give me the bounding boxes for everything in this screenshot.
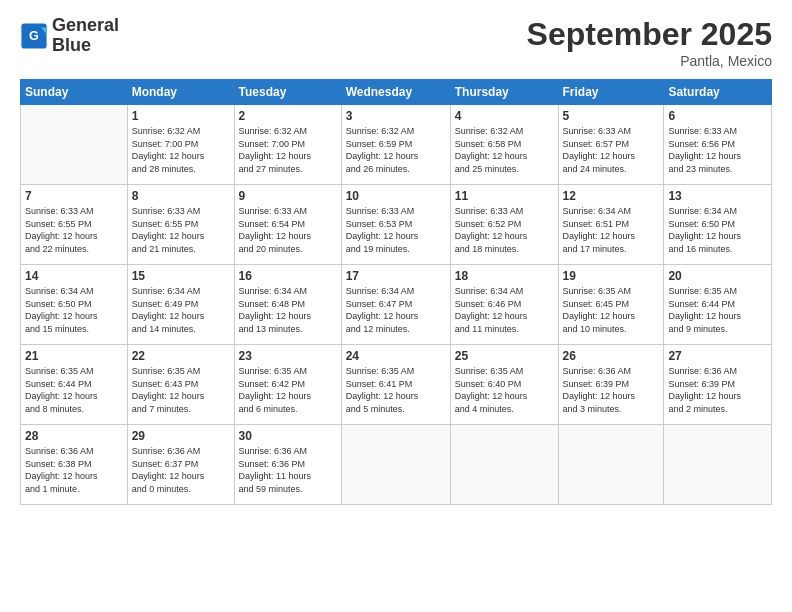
- week-row-1: 7Sunrise: 6:33 AM Sunset: 6:55 PM Daylig…: [21, 185, 772, 265]
- day-number: 26: [563, 349, 660, 363]
- calendar-cell: 16Sunrise: 6:34 AM Sunset: 6:48 PM Dayli…: [234, 265, 341, 345]
- calendar-cell: 13Sunrise: 6:34 AM Sunset: 6:50 PM Dayli…: [664, 185, 772, 265]
- calendar-cell: [341, 425, 450, 505]
- page: G General Blue September 2025 Pantla, Me…: [0, 0, 792, 612]
- day-info: Sunrise: 6:33 AM Sunset: 6:56 PM Dayligh…: [668, 125, 767, 175]
- logo-line2: Blue: [52, 36, 119, 56]
- day-info: Sunrise: 6:33 AM Sunset: 6:52 PM Dayligh…: [455, 205, 554, 255]
- day-number: 2: [239, 109, 337, 123]
- calendar-cell: [21, 105, 128, 185]
- calendar-cell: 21Sunrise: 6:35 AM Sunset: 6:44 PM Dayli…: [21, 345, 128, 425]
- calendar-cell: 3Sunrise: 6:32 AM Sunset: 6:59 PM Daylig…: [341, 105, 450, 185]
- location-subtitle: Pantla, Mexico: [527, 53, 772, 69]
- week-row-2: 14Sunrise: 6:34 AM Sunset: 6:50 PM Dayli…: [21, 265, 772, 345]
- calendar-cell: 23Sunrise: 6:35 AM Sunset: 6:42 PM Dayli…: [234, 345, 341, 425]
- calendar-cell: 6Sunrise: 6:33 AM Sunset: 6:56 PM Daylig…: [664, 105, 772, 185]
- day-info: Sunrise: 6:33 AM Sunset: 6:55 PM Dayligh…: [25, 205, 123, 255]
- calendar-header-row: SundayMondayTuesdayWednesdayThursdayFrid…: [21, 80, 772, 105]
- day-info: Sunrise: 6:34 AM Sunset: 6:48 PM Dayligh…: [239, 285, 337, 335]
- calendar-cell: 27Sunrise: 6:36 AM Sunset: 6:39 PM Dayli…: [664, 345, 772, 425]
- day-number: 16: [239, 269, 337, 283]
- day-info: Sunrise: 6:32 AM Sunset: 7:00 PM Dayligh…: [132, 125, 230, 175]
- day-number: 3: [346, 109, 446, 123]
- day-number: 20: [668, 269, 767, 283]
- calendar-cell: 8Sunrise: 6:33 AM Sunset: 6:55 PM Daylig…: [127, 185, 234, 265]
- calendar-cell: 22Sunrise: 6:35 AM Sunset: 6:43 PM Dayli…: [127, 345, 234, 425]
- day-number: 13: [668, 189, 767, 203]
- day-number: 12: [563, 189, 660, 203]
- day-number: 8: [132, 189, 230, 203]
- header: G General Blue September 2025 Pantla, Me…: [20, 16, 772, 69]
- day-info: Sunrise: 6:36 AM Sunset: 6:38 PM Dayligh…: [25, 445, 123, 495]
- day-info: Sunrise: 6:35 AM Sunset: 6:42 PM Dayligh…: [239, 365, 337, 415]
- day-info: Sunrise: 6:35 AM Sunset: 6:43 PM Dayligh…: [132, 365, 230, 415]
- calendar-cell: 1Sunrise: 6:32 AM Sunset: 7:00 PM Daylig…: [127, 105, 234, 185]
- day-number: 28: [25, 429, 123, 443]
- day-info: Sunrise: 6:35 AM Sunset: 6:44 PM Dayligh…: [25, 365, 123, 415]
- day-number: 17: [346, 269, 446, 283]
- day-header-friday: Friday: [558, 80, 664, 105]
- calendar-cell: 26Sunrise: 6:36 AM Sunset: 6:39 PM Dayli…: [558, 345, 664, 425]
- day-header-monday: Monday: [127, 80, 234, 105]
- logo-icon: G: [20, 22, 48, 50]
- day-number: 5: [563, 109, 660, 123]
- day-number: 27: [668, 349, 767, 363]
- week-row-3: 21Sunrise: 6:35 AM Sunset: 6:44 PM Dayli…: [21, 345, 772, 425]
- calendar-cell: 12Sunrise: 6:34 AM Sunset: 6:51 PM Dayli…: [558, 185, 664, 265]
- day-number: 9: [239, 189, 337, 203]
- day-number: 22: [132, 349, 230, 363]
- calendar-cell: [450, 425, 558, 505]
- day-info: Sunrise: 6:34 AM Sunset: 6:50 PM Dayligh…: [668, 205, 767, 255]
- day-number: 29: [132, 429, 230, 443]
- day-number: 1: [132, 109, 230, 123]
- day-number: 14: [25, 269, 123, 283]
- day-number: 4: [455, 109, 554, 123]
- day-info: Sunrise: 6:36 AM Sunset: 6:36 PM Dayligh…: [239, 445, 337, 495]
- calendar-cell: 14Sunrise: 6:34 AM Sunset: 6:50 PM Dayli…: [21, 265, 128, 345]
- calendar-cell: 25Sunrise: 6:35 AM Sunset: 6:40 PM Dayli…: [450, 345, 558, 425]
- day-header-saturday: Saturday: [664, 80, 772, 105]
- calendar-cell: 11Sunrise: 6:33 AM Sunset: 6:52 PM Dayli…: [450, 185, 558, 265]
- logo-text: General Blue: [52, 16, 119, 56]
- calendar-cell: 2Sunrise: 6:32 AM Sunset: 7:00 PM Daylig…: [234, 105, 341, 185]
- day-number: 7: [25, 189, 123, 203]
- calendar-body: 1Sunrise: 6:32 AM Sunset: 7:00 PM Daylig…: [21, 105, 772, 505]
- week-row-4: 28Sunrise: 6:36 AM Sunset: 6:38 PM Dayli…: [21, 425, 772, 505]
- day-info: Sunrise: 6:34 AM Sunset: 6:46 PM Dayligh…: [455, 285, 554, 335]
- day-number: 24: [346, 349, 446, 363]
- day-info: Sunrise: 6:32 AM Sunset: 7:00 PM Dayligh…: [239, 125, 337, 175]
- day-info: Sunrise: 6:33 AM Sunset: 6:54 PM Dayligh…: [239, 205, 337, 255]
- day-info: Sunrise: 6:35 AM Sunset: 6:44 PM Dayligh…: [668, 285, 767, 335]
- calendar-cell: 19Sunrise: 6:35 AM Sunset: 6:45 PM Dayli…: [558, 265, 664, 345]
- day-info: Sunrise: 6:36 AM Sunset: 6:37 PM Dayligh…: [132, 445, 230, 495]
- logo-line1: General: [52, 16, 119, 36]
- day-number: 18: [455, 269, 554, 283]
- day-info: Sunrise: 6:34 AM Sunset: 6:50 PM Dayligh…: [25, 285, 123, 335]
- day-info: Sunrise: 6:36 AM Sunset: 6:39 PM Dayligh…: [563, 365, 660, 415]
- calendar-cell: 7Sunrise: 6:33 AM Sunset: 6:55 PM Daylig…: [21, 185, 128, 265]
- day-info: Sunrise: 6:35 AM Sunset: 6:45 PM Dayligh…: [563, 285, 660, 335]
- day-number: 21: [25, 349, 123, 363]
- day-info: Sunrise: 6:35 AM Sunset: 6:40 PM Dayligh…: [455, 365, 554, 415]
- day-info: Sunrise: 6:34 AM Sunset: 6:47 PM Dayligh…: [346, 285, 446, 335]
- calendar-cell: 29Sunrise: 6:36 AM Sunset: 6:37 PM Dayli…: [127, 425, 234, 505]
- day-number: 10: [346, 189, 446, 203]
- day-number: 19: [563, 269, 660, 283]
- calendar-cell: 10Sunrise: 6:33 AM Sunset: 6:53 PM Dayli…: [341, 185, 450, 265]
- day-info: Sunrise: 6:36 AM Sunset: 6:39 PM Dayligh…: [668, 365, 767, 415]
- day-info: Sunrise: 6:33 AM Sunset: 6:57 PM Dayligh…: [563, 125, 660, 175]
- day-number: 30: [239, 429, 337, 443]
- calendar-cell: 24Sunrise: 6:35 AM Sunset: 6:41 PM Dayli…: [341, 345, 450, 425]
- calendar-cell: [558, 425, 664, 505]
- logo: G General Blue: [20, 16, 119, 56]
- day-number: 11: [455, 189, 554, 203]
- calendar-cell: 4Sunrise: 6:32 AM Sunset: 6:58 PM Daylig…: [450, 105, 558, 185]
- day-info: Sunrise: 6:32 AM Sunset: 6:59 PM Dayligh…: [346, 125, 446, 175]
- day-number: 15: [132, 269, 230, 283]
- calendar-cell: [664, 425, 772, 505]
- day-number: 23: [239, 349, 337, 363]
- day-info: Sunrise: 6:34 AM Sunset: 6:49 PM Dayligh…: [132, 285, 230, 335]
- day-header-thursday: Thursday: [450, 80, 558, 105]
- calendar-cell: 28Sunrise: 6:36 AM Sunset: 6:38 PM Dayli…: [21, 425, 128, 505]
- calendar-cell: 5Sunrise: 6:33 AM Sunset: 6:57 PM Daylig…: [558, 105, 664, 185]
